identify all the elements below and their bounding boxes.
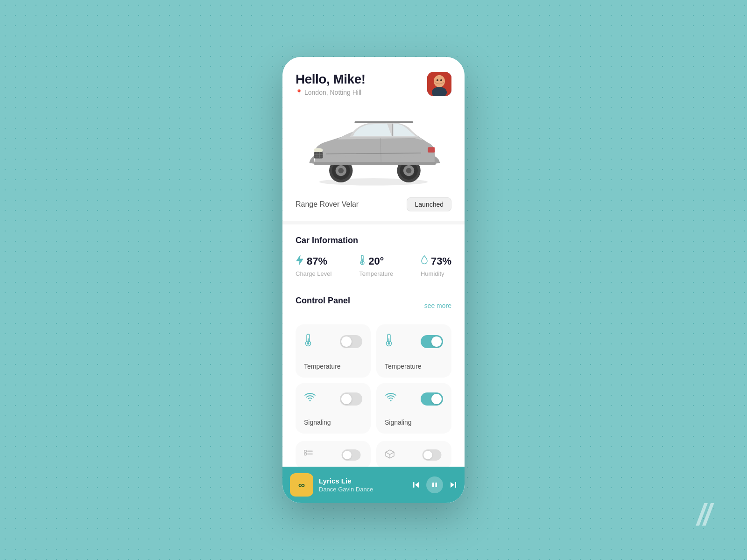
car-stats: 87% Charge Level xyxy=(296,255,451,277)
watermark: // xyxy=(697,497,710,532)
svg-point-20 xyxy=(406,168,412,174)
header-section: Hello, Mike! 📍 London, Notting Hill xyxy=(282,57,465,104)
control-panel-header: Control Panel see more xyxy=(296,296,451,315)
location-pin-icon: 📍 xyxy=(296,89,303,96)
list-icon xyxy=(304,450,314,460)
phone-screen: Hello, Mike! 📍 London, Notting Hill xyxy=(282,57,465,503)
next-button[interactable] xyxy=(450,481,457,489)
charge-stat: 87% Charge Level xyxy=(296,255,331,277)
greeting-text: Hello, Mike! xyxy=(296,72,366,87)
svg-point-4 xyxy=(437,79,438,81)
charge-icon xyxy=(296,255,304,267)
header-text: Hello, Mike! 📍 London, Notting Hill xyxy=(296,72,366,96)
car-label-row: Range Rover Velar Launched xyxy=(296,197,451,211)
charge-label: Charge Level xyxy=(296,270,331,277)
temperature-stat: 20° Temperature xyxy=(359,255,393,277)
svg-rect-21 xyxy=(314,162,436,165)
signaling-control-label-2: Signaling xyxy=(385,419,443,426)
wifi-icon xyxy=(304,392,316,406)
partial-card-2 xyxy=(376,441,451,467)
car-image-container xyxy=(296,107,451,194)
temperature-label: Temperature xyxy=(359,270,393,277)
svg-rect-49 xyxy=(436,483,437,487)
signaling-toggle-on[interactable] xyxy=(421,392,443,406)
svg-point-38 xyxy=(388,343,390,345)
temperature-value: 20° xyxy=(368,255,384,267)
temperature-toggle-on[interactable] xyxy=(421,335,443,348)
avatar-image xyxy=(427,72,451,96)
location-text: 📍 London, Notting Hill xyxy=(296,89,366,96)
svg-point-39 xyxy=(310,400,311,401)
car-name: Range Rover Velar xyxy=(296,200,359,209)
svg-marker-50 xyxy=(451,482,454,488)
svg-point-16 xyxy=(338,168,344,174)
svg-rect-29 xyxy=(362,259,363,262)
avatar[interactable] xyxy=(427,72,451,96)
prev-button[interactable] xyxy=(412,481,420,489)
see-more-link[interactable]: see more xyxy=(424,302,451,309)
svg-point-34 xyxy=(307,343,310,345)
svg-point-30 xyxy=(361,262,363,264)
thermometer-icon xyxy=(304,334,312,350)
box-icon xyxy=(385,449,395,461)
charge-value: 87% xyxy=(307,255,327,267)
temperature-control-label-2: Temperature xyxy=(385,363,443,370)
temperature-control-card-2: Temperature xyxy=(376,324,451,378)
svg-rect-51 xyxy=(455,482,457,488)
temperature-control-card: Temperature xyxy=(296,324,371,378)
car-info-title: Car Information xyxy=(296,236,451,245)
humidity-icon xyxy=(421,255,428,267)
music-player: ∞ Lyrics Lie Dance Gavin Dance xyxy=(282,467,465,503)
svg-rect-22 xyxy=(314,152,323,159)
svg-point-5 xyxy=(440,79,442,81)
music-info: Lyrics Lie Dance Gavin Dance xyxy=(319,477,407,493)
control-grid: Temperature xyxy=(296,324,451,434)
thermometer-icon-2 xyxy=(385,334,393,350)
partial-card-1 xyxy=(296,441,371,467)
partial-toggle-2[interactable] xyxy=(423,449,442,461)
svg-rect-44 xyxy=(307,454,313,455)
svg-rect-48 xyxy=(432,483,434,487)
signaling-control-card: Signaling xyxy=(296,383,371,434)
svg-point-40 xyxy=(390,400,392,401)
music-controls xyxy=(412,476,457,493)
section-divider xyxy=(282,221,465,224)
album-art: ∞ xyxy=(290,473,313,497)
partial-toggle-1[interactable] xyxy=(342,449,361,461)
svg-rect-11 xyxy=(314,148,322,152)
control-panel-title: Control Panel xyxy=(296,296,350,306)
music-title: Lyrics Lie xyxy=(319,477,407,485)
wifi-icon-2 xyxy=(385,392,397,406)
phone-frame: Hello, Mike! 📍 London, Notting Hill xyxy=(282,57,465,503)
partial-control-row xyxy=(282,441,465,467)
temperature-toggle-off[interactable] xyxy=(340,335,362,348)
car-image xyxy=(301,112,446,189)
pause-button[interactable] xyxy=(426,476,443,493)
signaling-control-card-2: Signaling xyxy=(376,383,451,434)
car-info-section: Car Information 87% Charge Level xyxy=(282,224,465,287)
svg-marker-46 xyxy=(415,482,419,488)
signaling-control-label: Signaling xyxy=(304,419,362,426)
humidity-stat: 73% Humidity xyxy=(421,255,451,277)
svg-point-41 xyxy=(304,450,307,453)
svg-point-42 xyxy=(304,453,307,455)
svg-rect-47 xyxy=(413,482,415,488)
launched-badge[interactable]: Launched xyxy=(407,197,451,211)
music-artist: Dance Gavin Dance xyxy=(319,486,407,493)
temperature-control-label: Temperature xyxy=(304,363,362,370)
svg-rect-12 xyxy=(428,147,435,153)
signaling-toggle-off[interactable] xyxy=(340,392,362,406)
temperature-icon xyxy=(359,255,366,267)
control-panel-section: Control Panel see more xyxy=(282,287,465,441)
humidity-value: 73% xyxy=(431,255,451,267)
svg-rect-9 xyxy=(354,121,413,123)
svg-rect-43 xyxy=(307,451,313,452)
car-section: Range Rover Velar Launched xyxy=(282,104,465,221)
humidity-label: Humidity xyxy=(421,270,451,277)
